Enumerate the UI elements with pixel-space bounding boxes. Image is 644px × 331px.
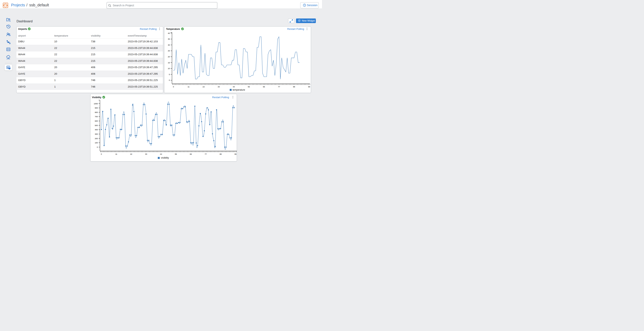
- svg-text:5: 5: [169, 73, 170, 76]
- svg-text:400: 400: [95, 128, 98, 131]
- svg-text:11: 11: [188, 86, 190, 88]
- svg-text:20: 20: [168, 56, 170, 58]
- svg-text:300: 300: [95, 133, 98, 135]
- svg-text:22: 22: [130, 153, 132, 155]
- svg-text:0: 0: [173, 86, 174, 88]
- svg-text:800: 800: [95, 111, 98, 113]
- svg-text:15: 15: [168, 62, 170, 64]
- svg-text:0: 0: [169, 79, 170, 81]
- svg-text:33: 33: [145, 153, 147, 155]
- svg-text:11: 11: [115, 153, 117, 155]
- svg-text:77: 77: [204, 153, 207, 155]
- svg-text:33: 33: [218, 86, 220, 88]
- svg-text:10: 10: [168, 67, 170, 70]
- svg-text:30: 30: [168, 44, 170, 46]
- svg-text:500: 500: [95, 124, 98, 126]
- svg-text:88: 88: [293, 86, 295, 88]
- svg-text:88: 88: [220, 153, 222, 155]
- svg-text:44: 44: [233, 86, 235, 88]
- svg-text:55: 55: [175, 153, 177, 155]
- svg-text:1000: 1000: [94, 102, 98, 105]
- svg-text:0: 0: [97, 146, 98, 148]
- svg-text:900: 900: [95, 107, 98, 109]
- svg-text:visibility: visibility: [161, 156, 169, 159]
- svg-text:22: 22: [203, 86, 205, 88]
- svg-text:700: 700: [95, 116, 98, 118]
- svg-text:100: 100: [95, 142, 98, 144]
- svg-text:77: 77: [278, 86, 280, 88]
- svg-text:25: 25: [168, 50, 170, 52]
- svg-text:99: 99: [308, 86, 310, 88]
- svg-text:40: 40: [168, 32, 170, 34]
- svg-text:35: 35: [168, 38, 170, 40]
- svg-text:66: 66: [263, 86, 265, 88]
- svg-text:99: 99: [234, 153, 236, 155]
- svg-text:66: 66: [190, 153, 192, 155]
- svg-text:0: 0: [101, 153, 102, 155]
- svg-text:temperature: temperature: [233, 88, 245, 91]
- svg-text:600: 600: [95, 120, 98, 122]
- svg-text:44: 44: [160, 153, 162, 155]
- svg-text:200: 200: [95, 138, 98, 140]
- svg-text:55: 55: [248, 86, 250, 88]
